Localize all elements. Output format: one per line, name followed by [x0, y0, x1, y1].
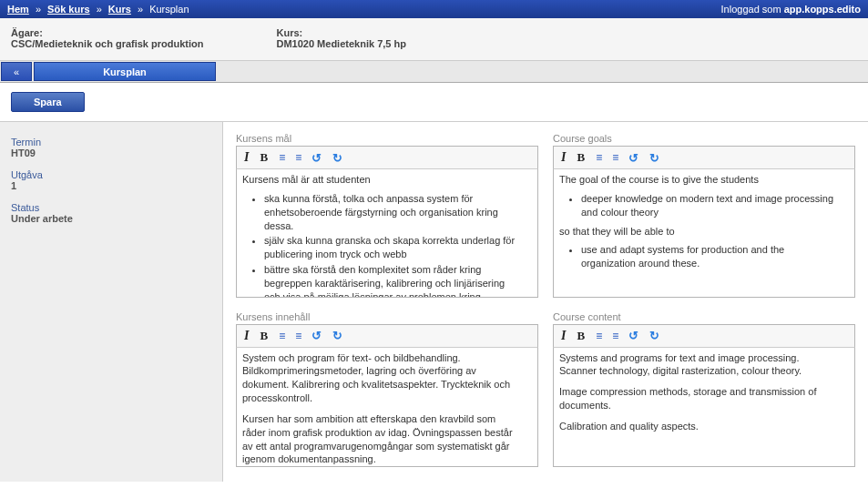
- number-list-icon[interactable]: ≡: [610, 329, 619, 343]
- editor-goals-en-label: Course goals: [553, 133, 855, 144]
- redo-icon[interactable]: ↻: [648, 328, 661, 343]
- redo-icon[interactable]: ↻: [331, 328, 344, 343]
- italic-icon[interactable]: I: [242, 149, 250, 166]
- italic-icon[interactable]: I: [242, 328, 250, 344]
- bullet-list-icon[interactable]: ≡: [277, 150, 286, 165]
- course-value: DM1020 Medieteknik 7,5 hp: [276, 38, 405, 49]
- save-button[interactable]: Spara: [11, 92, 85, 112]
- toolbar-content-sv: I B ≡ ≡ ↺ ↻: [236, 324, 538, 348]
- toolbar-content-en: I B ≡ ≡ ↺ ↻: [553, 324, 855, 348]
- editor-content-en-label: Course content: [553, 311, 855, 322]
- owner-value: CSC/Medieteknik och grafisk produktion: [11, 38, 203, 49]
- breadcrumb-current: Kursplan: [149, 4, 189, 15]
- info-bar: Ägare: CSC/Medieteknik och grafisk produ…: [0, 18, 868, 61]
- top-bar: Hem » Sök kurs » Kurs » Kursplan Inlogga…: [0, 0, 868, 18]
- course-label: Kurs:: [276, 27, 405, 38]
- sidebar: Termin HT09 Utgåva 1 Status Under arbete: [0, 122, 223, 482]
- redo-icon[interactable]: ↻: [331, 150, 344, 166]
- course-block: Kurs: DM1020 Medieteknik 7,5 hp: [276, 27, 405, 49]
- list-item: själv ska kunna granska och skapa korrek…: [264, 234, 521, 261]
- list-item: bättre ska förstå den komplexitet som rå…: [264, 263, 521, 297]
- term-value: HT09: [11, 147, 211, 158]
- editor-content-sv-area[interactable]: System och program för text- och bildbeh…: [237, 348, 537, 466]
- bold-icon[interactable]: B: [258, 328, 270, 344]
- editor-goals-sv: Kursens mål I B ≡ ≡ ↺ ↻ Kursens mål är a…: [236, 133, 538, 302]
- undo-icon[interactable]: ↺: [627, 150, 640, 166]
- breadcrumb-search[interactable]: Sök kurs: [47, 4, 89, 15]
- bullet-list-icon[interactable]: ≡: [594, 150, 603, 165]
- list-item: use and adapt systems for production and…: [581, 243, 838, 270]
- bold-icon[interactable]: B: [258, 149, 270, 166]
- owner-block: Ägare: CSC/Medieteknik och grafisk produ…: [11, 27, 203, 49]
- editor-content-en-area[interactable]: Systems and programs for text and image …: [554, 348, 854, 466]
- list-item: deeper knowledge on modern text and imag…: [581, 192, 838, 219]
- bullet-list-icon[interactable]: ≡: [277, 329, 286, 343]
- tab-kursplan[interactable]: Kursplan: [34, 62, 216, 81]
- italic-icon[interactable]: I: [559, 149, 567, 166]
- bullet-list-icon[interactable]: ≡: [594, 329, 603, 343]
- term-label: Termin: [11, 137, 211, 147]
- bold-icon[interactable]: B: [575, 149, 587, 166]
- content-grid: Kursens mål I B ≡ ≡ ↺ ↻ Kursens mål är a…: [223, 122, 868, 482]
- number-list-icon[interactable]: ≡: [293, 329, 302, 343]
- toolbar-goals-en: I B ≡ ≡ ↺ ↻: [553, 146, 855, 169]
- italic-icon[interactable]: I: [559, 328, 567, 344]
- editor-goals-sv-area[interactable]: Kursens mål är att studenten ska kunna f…: [237, 169, 537, 297]
- redo-icon[interactable]: ↻: [648, 150, 661, 166]
- tab-row: « Kursplan: [0, 61, 868, 83]
- editor-content-en: Course content I B ≡ ≡ ↺ ↻ Systems and p…: [553, 311, 855, 472]
- editor-goals-en-area[interactable]: The goal of the course is to give the st…: [554, 169, 854, 297]
- main: Termin HT09 Utgåva 1 Status Under arbete…: [0, 122, 868, 482]
- undo-icon[interactable]: ↺: [627, 328, 640, 343]
- tab-back-button[interactable]: «: [1, 62, 32, 81]
- editor-goals-sv-label: Kursens mål: [236, 133, 538, 144]
- number-list-icon[interactable]: ≡: [610, 150, 619, 165]
- toolbar-goals-sv: I B ≡ ≡ ↺ ↻: [236, 146, 538, 169]
- breadcrumb-course[interactable]: Kurs: [108, 4, 131, 15]
- status-label: Status: [11, 202, 211, 213]
- breadcrumb-home[interactable]: Hem: [7, 4, 29, 15]
- edition-value: 1: [11, 180, 211, 191]
- breadcrumb: Hem » Sök kurs » Kurs » Kursplan: [7, 4, 189, 15]
- editor-content-sv: Kursens innehåll I B ≡ ≡ ↺ ↻ System och …: [236, 311, 538, 472]
- number-list-icon[interactable]: ≡: [293, 150, 302, 165]
- undo-icon[interactable]: ↺: [310, 328, 323, 343]
- editor-content-sv-label: Kursens innehåll: [236, 311, 538, 322]
- owner-label: Ägare:: [11, 27, 203, 38]
- action-bar: Spara: [0, 83, 868, 122]
- list-item: ska kunna förstå, tolka och anpassa syst…: [264, 192, 521, 233]
- undo-icon[interactable]: ↺: [310, 150, 323, 166]
- editor-goals-en: Course goals I B ≡ ≡ ↺ ↻ The goal of the…: [553, 133, 855, 302]
- edition-label: Utgåva: [11, 169, 211, 180]
- status-value: Under arbete: [11, 213, 211, 224]
- login-status: Inloggad som app.kopps.edito: [721, 4, 861, 15]
- bold-icon[interactable]: B: [575, 328, 587, 344]
